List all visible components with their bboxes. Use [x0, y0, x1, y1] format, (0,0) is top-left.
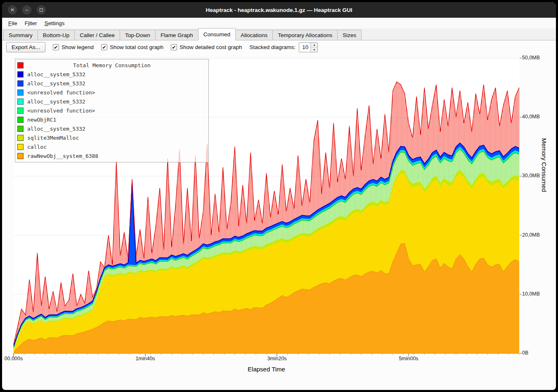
tab-sizes[interactable]: Sizes — [337, 30, 362, 40]
title-bar[interactable]: ✕ – Heaptrack - heaptrack.wakunode.1.gz … — [2, 2, 556, 18]
y-tick-label: 40,0MB — [522, 114, 540, 120]
legend-item: newObjRC1 — [15, 115, 208, 124]
minimize-button[interactable]: – — [22, 5, 31, 14]
legend-label: calloc — [27, 144, 47, 150]
tab-consumed[interactable]: Consumed — [198, 28, 236, 40]
legend-swatch — [17, 117, 24, 123]
legend-label: rawNewObj__system_6388 — [27, 153, 98, 159]
y-tick-label: 0B — [522, 350, 528, 356]
legend-swatch — [17, 71, 24, 77]
legend-item: rawNewObj__system_6388 — [15, 151, 208, 160]
tab-bar: SummaryBottom-UpCaller / CalleeTop-DownF… — [2, 28, 556, 40]
legend-swatch — [17, 126, 24, 132]
y-tick-label: 30,0MB — [522, 173, 540, 178]
checkbox-mark-icon: ✔ — [53, 44, 59, 50]
legend-label: alloc__system_5332 — [27, 71, 85, 77]
stacked-diagrams-spinbox[interactable]: 10 ▲ ▼ — [299, 42, 318, 52]
tab-bottom-up[interactable]: Bottom-Up — [38, 30, 75, 40]
tab-allocations[interactable]: Allocations — [235, 30, 273, 40]
spinbox-down-arrow-icon[interactable]: ▼ — [311, 47, 317, 52]
app-window: ✕ – Heaptrack - heaptrack.wakunode.1.gz … — [2, 2, 556, 390]
checkbox-label: Show detailed cost graph — [180, 44, 242, 50]
toolbar: Export As... ✔Show legend✔Show total cos… — [2, 40, 556, 54]
checkbox-show-total-cost-graph[interactable]: ✔Show total cost graph — [101, 44, 163, 50]
legend-item: <unresolved function> — [15, 88, 208, 97]
y-tick-label: 20,0MB — [522, 232, 540, 238]
tab-top-down[interactable]: Top-Down — [120, 30, 156, 40]
window-title: Heaptrack - heaptrack.wakunode.1.gz — He… — [206, 7, 352, 13]
x-tick-label: 5min00s — [399, 356, 418, 361]
legend-label: <unresolved function> — [27, 108, 95, 114]
legend-label: alloc__system_5332 — [27, 99, 85, 105]
close-button[interactable]: ✕ — [8, 5, 17, 14]
legend-item: sqlite3MemMalloc — [15, 133, 208, 142]
x-axis-title: Elapsed Time — [14, 366, 519, 373]
maximize-icon — [40, 8, 43, 12]
spinbox-up-arrow-icon[interactable]: ▲ — [311, 43, 317, 48]
checkbox-label: Show legend — [61, 44, 94, 50]
maximize-button[interactable] — [37, 5, 46, 14]
checkbox-show-legend[interactable]: ✔Show legend — [53, 44, 94, 50]
legend-label: newObjRC1 — [27, 117, 56, 123]
export-as-button[interactable]: Export As... — [6, 42, 45, 52]
legend-swatch — [17, 108, 24, 114]
legend-swatch — [17, 135, 24, 141]
spinbox-arrows: ▲ ▼ — [310, 43, 317, 52]
legend-label: sqlite3MemMalloc — [27, 135, 79, 141]
checkbox-label: Show total cost graph — [110, 44, 163, 50]
legend-swatch — [17, 80, 24, 87]
window-controls: ✕ – — [8, 5, 46, 14]
legend-item: calloc — [15, 142, 208, 151]
y-axis-title: Memory Consumed — [541, 138, 548, 274]
legend-item: alloc__system_5332 — [15, 79, 208, 88]
y-tick-label: 10,0MB — [522, 291, 540, 297]
legend-swatch — [17, 144, 24, 150]
x-tick-label: 00.000s — [5, 356, 23, 361]
menu-filter[interactable]: Filter — [21, 19, 41, 28]
legend-swatch — [17, 89, 24, 96]
tab-bar-line — [2, 40, 556, 40]
checkbox-group: ✔Show legend✔Show total cost graph✔Show … — [53, 44, 242, 50]
stacked-diagrams-label: Stacked diagrams: — [250, 44, 296, 50]
x-tick-label: 3min20s — [267, 356, 286, 361]
checkbox-mark-icon: ✔ — [101, 44, 107, 50]
x-tick-label: 1min40s — [135, 356, 155, 361]
menu-bar: FileFilterSettings — [2, 18, 556, 28]
legend-title: Total Memory Consumption — [15, 62, 208, 68]
tab-temporary-allocations[interactable]: Temporary Allocations — [272, 30, 338, 40]
legend-swatch — [17, 99, 24, 105]
tab-caller-callee[interactable]: Caller / Callee — [74, 30, 120, 40]
legend-label: alloc__system_5332 — [27, 126, 85, 132]
legend-swatch — [17, 153, 24, 159]
checkbox-show-detailed-cost-graph[interactable]: ✔Show detailed cost graph — [171, 44, 242, 50]
legend-item: alloc__system_5332 — [15, 70, 208, 79]
legend-label: <unresolved function> — [27, 89, 95, 96]
legend-item: <unresolved function> — [15, 106, 208, 115]
menu-settings[interactable]: Settings — [41, 19, 69, 28]
checkbox-mark-icon: ✔ — [171, 44, 177, 50]
tab-flame-graph[interactable]: Flame Graph — [155, 30, 199, 40]
chart-legend: Total Memory Consumption alloc__system_5… — [15, 59, 209, 162]
menu-file[interactable]: File — [5, 19, 21, 28]
stacked-diagrams-value[interactable]: 10 — [299, 43, 310, 52]
tab-summary[interactable]: Summary — [3, 30, 38, 40]
legend-label: alloc__system_5332 — [27, 80, 85, 87]
y-tick-label: 50,0MB — [522, 55, 540, 61]
legend-item: alloc__system_5332 — [15, 124, 208, 133]
legend-title-row: Total Memory Consumption — [15, 61, 208, 70]
legend-item: alloc__system_5332 — [15, 97, 208, 106]
stacked-diagrams-group: Stacked diagrams: 10 ▲ ▼ — [250, 42, 318, 52]
